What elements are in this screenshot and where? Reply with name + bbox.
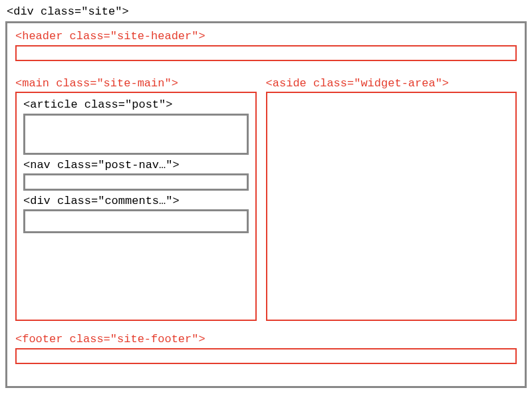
footer-wrap: <footer class="site-footer"> <box>15 333 517 363</box>
post-box <box>23 114 249 155</box>
postnav-box <box>23 173 249 191</box>
site-main-label: <main class="site-main"> <box>15 77 257 90</box>
post-label: <article class="post"> <box>23 98 249 112</box>
widget-area-box <box>266 92 517 321</box>
comments-section: <div class="comments…"> <box>23 195 249 233</box>
comments-label: <div class="comments…"> <box>23 195 249 208</box>
site-box: <header class="site-header"> <main class… <box>5 21 527 388</box>
site-header-label: <header class="site-header"> <box>15 30 517 43</box>
middle-row: <main class="site-main"> <article class=… <box>15 77 517 321</box>
postnav-section: <nav class="post-nav…"> <box>23 159 249 191</box>
postnav-label: <nav class="post-nav…"> <box>23 159 249 172</box>
site-main-box: <article class="post"> <nav class="post-… <box>15 92 257 321</box>
widget-area-label: <aside class="widget-area"> <box>266 77 517 90</box>
post-section: <article class="post"> <box>23 98 249 154</box>
site-main-column: <main class="site-main"> <article class=… <box>15 77 257 321</box>
site-footer-label: <footer class="site-footer"> <box>15 333 517 346</box>
site-header-box <box>15 45 517 61</box>
comments-box <box>23 209 249 233</box>
widget-column: <aside class="widget-area"> <box>266 77 517 321</box>
site-label: <div class="site"> <box>7 5 527 19</box>
site-footer-box <box>15 348 517 364</box>
